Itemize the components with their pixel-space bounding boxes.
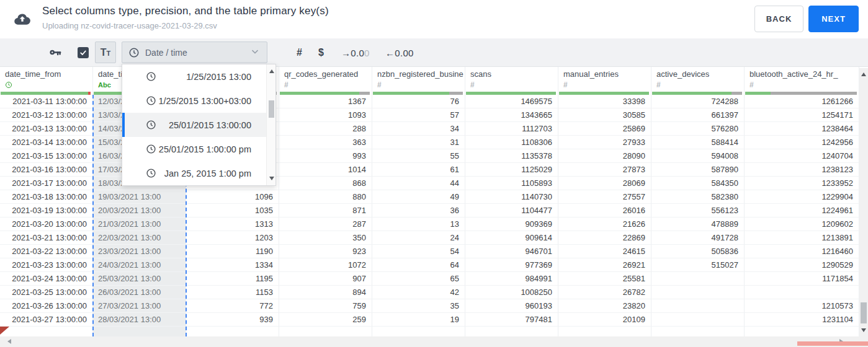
cell[interactable]: 1209602: [745, 217, 859, 231]
cell[interactable]: 939: [186, 313, 279, 327]
cell[interactable]: [651, 272, 745, 286]
cell[interactable]: 1125029: [465, 163, 558, 177]
cell[interactable]: 1343665: [465, 108, 558, 122]
datetime-format-option[interactable]: 25/01/2015 1:00:00 pm: [122, 137, 266, 161]
cell[interactable]: [93, 327, 186, 336]
cell[interactable]: 363: [279, 136, 372, 149]
cell[interactable]: 1238123: [745, 163, 859, 177]
cell[interactable]: 923: [279, 245, 372, 258]
cell[interactable]: [372, 327, 465, 336]
cell[interactable]: 30585: [558, 108, 651, 122]
cell[interactable]: 556123: [651, 204, 745, 217]
cell[interactable]: 1313: [186, 217, 279, 231]
cell[interactable]: [651, 313, 745, 327]
column-header-manual_entries[interactable]: manual_entries#: [558, 67, 651, 95]
cell[interactable]: 22/03/2021 13:00: [93, 231, 186, 245]
cell[interactable]: 1195: [186, 272, 279, 286]
datetime-format-option[interactable]: 1/25/2015 13:00+03:00: [122, 89, 266, 113]
cell[interactable]: [279, 327, 372, 336]
cell[interactable]: 1190: [186, 245, 279, 258]
cell[interactable]: 1254171: [745, 108, 859, 122]
cell[interactable]: 2021-03-14 13:00:00: [0, 136, 93, 149]
cell[interactable]: 584350: [651, 177, 745, 190]
back-button[interactable]: BACK: [754, 6, 803, 32]
cell[interactable]: [651, 299, 745, 313]
cell[interactable]: 880: [279, 190, 372, 204]
cell[interactable]: 2021-03-27 13:00:00: [0, 313, 93, 327]
dropdown-scrollbar-thumb[interactable]: [269, 100, 274, 118]
cell[interactable]: 1334: [186, 258, 279, 272]
cell[interactable]: 515027: [651, 258, 745, 272]
cell[interactable]: 661397: [651, 108, 745, 122]
cell[interactable]: 2021-03-20 13:00:00: [0, 217, 93, 231]
scroll-down-arrow-icon[interactable]: [861, 328, 866, 332]
cell[interactable]: [745, 327, 859, 336]
cell[interactable]: 27557: [558, 190, 651, 204]
horizontal-scrollbar[interactable]: [0, 336, 859, 347]
cell[interactable]: 1261266: [745, 95, 859, 108]
cell[interactable]: 27/03/2021 13:00: [93, 299, 186, 313]
cell[interactable]: [651, 327, 745, 336]
cell[interactable]: [0, 327, 93, 336]
cell[interactable]: 724288: [651, 95, 745, 108]
cell[interactable]: 1233952: [745, 177, 859, 190]
decimal-decrease-button[interactable]: →0.00: [341, 38, 370, 67]
cell[interactable]: 907: [279, 272, 372, 286]
cell[interactable]: 1213891: [745, 231, 859, 245]
cell[interactable]: 2021-03-22 13:00:00: [0, 245, 93, 258]
cell[interactable]: 21626: [558, 217, 651, 231]
cell[interactable]: 1229904: [745, 190, 859, 204]
cell[interactable]: 23820: [558, 299, 651, 313]
cell[interactable]: 54: [372, 245, 465, 258]
cell[interactable]: 984991: [465, 272, 558, 286]
cell[interactable]: 1108306: [465, 136, 558, 149]
cell[interactable]: 31: [372, 136, 465, 149]
cell[interactable]: 977369: [465, 258, 558, 272]
cell[interactable]: [558, 327, 651, 336]
cell[interactable]: 2021-03-23 13:00:00: [0, 258, 93, 272]
cell[interactable]: 2021-03-25 13:00:00: [0, 286, 93, 299]
datetime-format-option[interactable]: Jan 25, 2015 1:00 pm: [122, 161, 266, 185]
cell[interactable]: 20/03/2021 13:00: [93, 204, 186, 217]
column-header-bluetooth_active_24_hr_[interactable]: bluetooth_active_24_hr_#: [745, 67, 859, 95]
cell[interactable]: 594008: [651, 149, 745, 163]
cell[interactable]: 25581: [558, 272, 651, 286]
cell[interactable]: 909369: [465, 217, 558, 231]
scroll-up-arrow-icon[interactable]: [861, 72, 866, 76]
cell[interactable]: 871: [279, 204, 372, 217]
cell[interactable]: 76: [372, 95, 465, 108]
cell[interactable]: 478889: [651, 217, 745, 231]
cell[interactable]: 2021-03-19 13:00:00: [0, 204, 93, 217]
cell[interactable]: 2021-03-26 13:00:00: [0, 299, 93, 313]
cell[interactable]: 1290529: [745, 258, 859, 272]
scroll-down-arrow-icon[interactable]: [269, 177, 274, 180]
cell[interactable]: 2021-03-21 13:00:00: [0, 231, 93, 245]
include-column-checkbox[interactable]: [78, 47, 89, 58]
cell[interactable]: 49: [372, 190, 465, 204]
cell[interactable]: 2021-03-16 13:00:00: [0, 163, 93, 177]
cell[interactable]: 13: [372, 217, 465, 231]
cell[interactable]: 797481: [465, 313, 558, 327]
cell[interactable]: 24: [372, 231, 465, 245]
cell[interactable]: 26921: [558, 258, 651, 272]
cell[interactable]: 25/03/2021 13:00: [93, 272, 186, 286]
cell[interactable]: 1093: [279, 108, 372, 122]
column-header-nzbn_registered_busine[interactable]: nzbn_registered_busine#: [372, 67, 465, 95]
cell[interactable]: 1104477: [465, 204, 558, 217]
cell[interactable]: 909614: [465, 231, 558, 245]
cell[interactable]: [745, 286, 859, 299]
cell[interactable]: 287: [279, 217, 372, 231]
datetime-format-option[interactable]: 25/01/2015 13:00:00: [122, 113, 266, 137]
cell[interactable]: 26782: [558, 286, 651, 299]
cell[interactable]: 1231104: [745, 313, 859, 327]
cell[interactable]: 587890: [651, 163, 745, 177]
cell[interactable]: 28/03/2021 13:00: [93, 313, 186, 327]
cell[interactable]: 259: [279, 313, 372, 327]
cell[interactable]: 894: [279, 286, 372, 299]
cell[interactable]: 491728: [651, 231, 745, 245]
cell[interactable]: 19/03/2021 13:00: [93, 190, 186, 204]
column-header-scans[interactable]: scans#: [465, 67, 558, 95]
cell[interactable]: 1096: [186, 190, 279, 204]
cell[interactable]: 1072: [279, 258, 372, 272]
cell[interactable]: 57: [372, 108, 465, 122]
